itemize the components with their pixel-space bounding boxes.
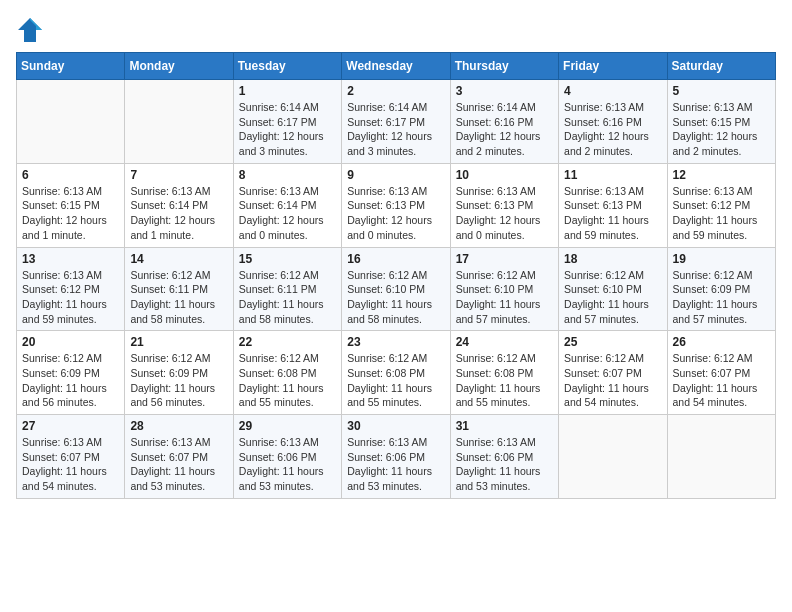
calendar-cell: 2Sunrise: 6:14 AMSunset: 6:17 PMDaylight… [342,80,450,164]
day-number: 29 [239,419,336,433]
weekday-header: Tuesday [233,53,341,80]
day-number: 12 [673,168,770,182]
calendar-cell: 3Sunrise: 6:14 AMSunset: 6:16 PMDaylight… [450,80,558,164]
page-header [16,16,776,44]
day-info: Sunrise: 6:13 AMSunset: 6:07 PMDaylight:… [130,435,227,494]
day-number: 27 [22,419,119,433]
day-info: Sunrise: 6:13 AMSunset: 6:14 PMDaylight:… [130,184,227,243]
calendar-cell: 23Sunrise: 6:12 AMSunset: 6:08 PMDayligh… [342,331,450,415]
day-info: Sunrise: 6:13 AMSunset: 6:13 PMDaylight:… [347,184,444,243]
day-info: Sunrise: 6:13 AMSunset: 6:06 PMDaylight:… [456,435,553,494]
day-info: Sunrise: 6:13 AMSunset: 6:15 PMDaylight:… [673,100,770,159]
calendar-week: 20Sunrise: 6:12 AMSunset: 6:09 PMDayligh… [17,331,776,415]
calendar-cell: 19Sunrise: 6:12 AMSunset: 6:09 PMDayligh… [667,247,775,331]
day-info: Sunrise: 6:13 AMSunset: 6:13 PMDaylight:… [564,184,661,243]
calendar-cell: 25Sunrise: 6:12 AMSunset: 6:07 PMDayligh… [559,331,667,415]
day-number: 8 [239,168,336,182]
calendar-cell: 24Sunrise: 6:12 AMSunset: 6:08 PMDayligh… [450,331,558,415]
day-number: 16 [347,252,444,266]
calendar-week: 13Sunrise: 6:13 AMSunset: 6:12 PMDayligh… [17,247,776,331]
calendar-cell [125,80,233,164]
calendar-cell: 13Sunrise: 6:13 AMSunset: 6:12 PMDayligh… [17,247,125,331]
calendar-cell: 8Sunrise: 6:13 AMSunset: 6:14 PMDaylight… [233,163,341,247]
day-info: Sunrise: 6:13 AMSunset: 6:16 PMDaylight:… [564,100,661,159]
day-number: 7 [130,168,227,182]
day-info: Sunrise: 6:12 AMSunset: 6:11 PMDaylight:… [130,268,227,327]
day-info: Sunrise: 6:12 AMSunset: 6:08 PMDaylight:… [456,351,553,410]
calendar-cell: 31Sunrise: 6:13 AMSunset: 6:06 PMDayligh… [450,415,558,499]
logo-icon [16,16,44,44]
calendar-cell: 11Sunrise: 6:13 AMSunset: 6:13 PMDayligh… [559,163,667,247]
day-number: 1 [239,84,336,98]
calendar-cell: 1Sunrise: 6:14 AMSunset: 6:17 PMDaylight… [233,80,341,164]
day-number: 11 [564,168,661,182]
day-info: Sunrise: 6:13 AMSunset: 6:12 PMDaylight:… [673,184,770,243]
calendar-cell: 4Sunrise: 6:13 AMSunset: 6:16 PMDaylight… [559,80,667,164]
day-number: 31 [456,419,553,433]
day-info: Sunrise: 6:14 AMSunset: 6:17 PMDaylight:… [347,100,444,159]
day-info: Sunrise: 6:12 AMSunset: 6:10 PMDaylight:… [564,268,661,327]
weekday-header: Wednesday [342,53,450,80]
day-info: Sunrise: 6:13 AMSunset: 6:15 PMDaylight:… [22,184,119,243]
day-number: 17 [456,252,553,266]
day-info: Sunrise: 6:12 AMSunset: 6:11 PMDaylight:… [239,268,336,327]
logo [16,16,48,44]
calendar-cell: 21Sunrise: 6:12 AMSunset: 6:09 PMDayligh… [125,331,233,415]
weekday-header: Sunday [17,53,125,80]
calendar-cell: 27Sunrise: 6:13 AMSunset: 6:07 PMDayligh… [17,415,125,499]
day-info: Sunrise: 6:12 AMSunset: 6:08 PMDaylight:… [239,351,336,410]
day-number: 18 [564,252,661,266]
calendar-body: 1Sunrise: 6:14 AMSunset: 6:17 PMDaylight… [17,80,776,499]
calendar-table: SundayMondayTuesdayWednesdayThursdayFrid… [16,52,776,499]
calendar-cell: 6Sunrise: 6:13 AMSunset: 6:15 PMDaylight… [17,163,125,247]
weekday-header: Monday [125,53,233,80]
calendar-cell: 12Sunrise: 6:13 AMSunset: 6:12 PMDayligh… [667,163,775,247]
day-number: 3 [456,84,553,98]
day-info: Sunrise: 6:12 AMSunset: 6:07 PMDaylight:… [673,351,770,410]
day-number: 24 [456,335,553,349]
day-info: Sunrise: 6:13 AMSunset: 6:14 PMDaylight:… [239,184,336,243]
calendar-cell: 20Sunrise: 6:12 AMSunset: 6:09 PMDayligh… [17,331,125,415]
calendar-cell [559,415,667,499]
day-number: 21 [130,335,227,349]
day-info: Sunrise: 6:14 AMSunset: 6:17 PMDaylight:… [239,100,336,159]
calendar-cell [667,415,775,499]
day-number: 23 [347,335,444,349]
calendar-cell: 28Sunrise: 6:13 AMSunset: 6:07 PMDayligh… [125,415,233,499]
calendar-cell: 16Sunrise: 6:12 AMSunset: 6:10 PMDayligh… [342,247,450,331]
calendar-week: 1Sunrise: 6:14 AMSunset: 6:17 PMDaylight… [17,80,776,164]
calendar-cell: 26Sunrise: 6:12 AMSunset: 6:07 PMDayligh… [667,331,775,415]
day-info: Sunrise: 6:13 AMSunset: 6:06 PMDaylight:… [347,435,444,494]
day-info: Sunrise: 6:14 AMSunset: 6:16 PMDaylight:… [456,100,553,159]
day-number: 5 [673,84,770,98]
calendar-cell: 22Sunrise: 6:12 AMSunset: 6:08 PMDayligh… [233,331,341,415]
day-number: 10 [456,168,553,182]
day-info: Sunrise: 6:12 AMSunset: 6:07 PMDaylight:… [564,351,661,410]
calendar-cell: 15Sunrise: 6:12 AMSunset: 6:11 PMDayligh… [233,247,341,331]
day-info: Sunrise: 6:12 AMSunset: 6:08 PMDaylight:… [347,351,444,410]
day-number: 30 [347,419,444,433]
day-number: 25 [564,335,661,349]
day-number: 20 [22,335,119,349]
calendar-cell: 18Sunrise: 6:12 AMSunset: 6:10 PMDayligh… [559,247,667,331]
calendar-week: 6Sunrise: 6:13 AMSunset: 6:15 PMDaylight… [17,163,776,247]
calendar-cell: 30Sunrise: 6:13 AMSunset: 6:06 PMDayligh… [342,415,450,499]
day-number: 14 [130,252,227,266]
calendar-header: SundayMondayTuesdayWednesdayThursdayFrid… [17,53,776,80]
day-number: 9 [347,168,444,182]
calendar-cell: 10Sunrise: 6:13 AMSunset: 6:13 PMDayligh… [450,163,558,247]
weekday-header: Saturday [667,53,775,80]
day-number: 15 [239,252,336,266]
day-number: 6 [22,168,119,182]
weekday-header: Thursday [450,53,558,80]
day-number: 13 [22,252,119,266]
calendar-cell: 9Sunrise: 6:13 AMSunset: 6:13 PMDaylight… [342,163,450,247]
calendar-cell: 7Sunrise: 6:13 AMSunset: 6:14 PMDaylight… [125,163,233,247]
day-number: 28 [130,419,227,433]
day-info: Sunrise: 6:12 AMSunset: 6:09 PMDaylight:… [130,351,227,410]
calendar-cell: 29Sunrise: 6:13 AMSunset: 6:06 PMDayligh… [233,415,341,499]
day-info: Sunrise: 6:13 AMSunset: 6:06 PMDaylight:… [239,435,336,494]
day-info: Sunrise: 6:12 AMSunset: 6:09 PMDaylight:… [673,268,770,327]
day-number: 22 [239,335,336,349]
day-info: Sunrise: 6:13 AMSunset: 6:12 PMDaylight:… [22,268,119,327]
